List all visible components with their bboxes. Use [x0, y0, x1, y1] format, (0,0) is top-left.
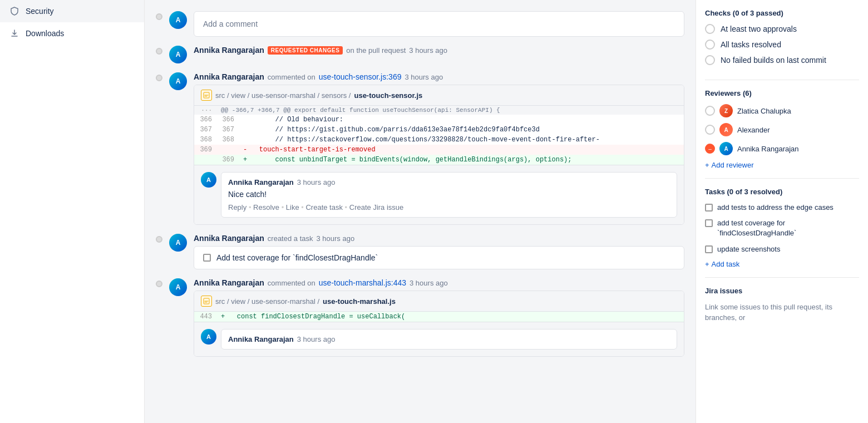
jira-section: Jira issues Link some issues to this pul… — [705, 287, 859, 332]
sidebar-item-downloads[interactable]: Downloads — [0, 22, 144, 45]
ln-368b: 368 — [216, 135, 239, 145]
jira-text: Link some issues to this pull request, i… — [705, 302, 859, 323]
task-created-header: Annika Rangarajan created a task 3 hours… — [194, 234, 684, 243]
check-label-1: At least two approvals — [721, 24, 797, 33]
code-header-sensor: src / view / use-sensor-marshal / sensor… — [194, 85, 684, 106]
action-resolve[interactable]: Resolve — [253, 203, 279, 212]
action-text-1: on the pull request — [346, 46, 406, 55]
ln-369-added: 369 — [216, 155, 239, 165]
time-3: 3 hours ago — [316, 234, 354, 243]
comment-author-name: Annika Rangarajan — [228, 178, 294, 186]
task-item-3: update screenshots — [705, 244, 859, 254]
action-reply[interactable]: Reply — [228, 203, 246, 212]
avatar-annika-reviewer: A — [719, 142, 733, 155]
avatar-annika-1: A — [169, 46, 187, 63]
action-text-2: commented on — [268, 73, 315, 81]
sensor-link[interactable]: use-touch-sensor.js:369 — [319, 72, 402, 81]
ln-369-added-a — [194, 155, 216, 165]
task-cb-2[interactable] — [705, 219, 713, 227]
task-label-3: update screenshots — [717, 244, 780, 254]
reviewer-status-annika: – — [705, 144, 715, 154]
tasks-section: Tasks (0 of 3 resolved) add tests to add… — [705, 188, 859, 278]
diff-line-added: 369 + const unbindTarget = bindEvents(wi… — [194, 155, 684, 165]
diff-line-1: 366 366 // Old behaviour: — [194, 115, 684, 125]
timeline-item-sensor-comment: A Annika Rangarajan commented on use-tou… — [156, 72, 684, 225]
diff-meta-text: @@ -366,7 +366,7 @@ export default funct… — [216, 106, 684, 115]
action-create-task[interactable]: Create task — [305, 203, 342, 212]
add-comment-input[interactable]: Add a comment — [194, 11, 684, 37]
add-reviewer-link[interactable]: + Add reviewer — [705, 161, 859, 169]
comment-actions: Reply • Resolve • Like • Create task • C… — [228, 203, 670, 212]
sidebar-item-security[interactable]: Security — [0, 0, 144, 22]
checks-section: Checks (0 of 3 passed) At least two appr… — [705, 9, 859, 80]
task-box: Add test coverage for `findClosestDragHa… — [194, 246, 684, 269]
task-checkbox[interactable] — [203, 254, 211, 262]
task-cb-1[interactable] — [705, 204, 713, 212]
diff-marshal-content: + const findClosestDragHandle = useCallb… — [216, 312, 684, 322]
code-file-marshal: use-touch-marshal.js — [323, 297, 396, 306]
diff-meta-row: ··· @@ -366,7 +366,7 @@ export default f… — [194, 106, 684, 115]
diff-table-sensor: ··· @@ -366,7 +366,7 @@ export default f… — [194, 106, 684, 165]
check-circle-3 — [705, 55, 715, 65]
add-comment-placeholder: Add a comment — [203, 19, 258, 28]
timeline-dot — [156, 13, 162, 20]
time-1: 3 hours ago — [409, 46, 447, 55]
diff-line-2: 367 367 // https://gist.github.com/parri… — [194, 125, 684, 135]
diff-added-content: + const unbindTarget = bindEvents(window… — [239, 155, 684, 165]
avatar-zlatica: Z — [719, 104, 733, 117]
timeline-dot-5 — [156, 281, 162, 287]
action-text-4: commented on — [268, 279, 315, 287]
reviewers-section: Reviewers (6) Z Zlatica Chalupka A Alexa… — [705, 89, 859, 179]
marshal-link[interactable]: use-touch-marshal.js:443 — [319, 278, 406, 287]
check-label-2: All tasks resolved — [721, 40, 781, 49]
ln-369-removed: 369 — [194, 145, 216, 155]
check-circle-2 — [705, 40, 715, 50]
task-item-1: add tests to address the edge cases — [705, 203, 859, 213]
sep-1: • — [249, 203, 253, 212]
timeline-dot-3 — [156, 75, 162, 81]
diff-table-marshal: 443 + const findClosestDragHandle = useC… — [194, 312, 684, 322]
requested-changes-badge: REQUESTED CHANGES — [268, 46, 343, 55]
action-create-jira[interactable]: Create Jira issue — [349, 203, 404, 212]
download-icon — [9, 28, 20, 39]
task-cb-3[interactable] — [705, 245, 713, 253]
add-comment-container: Add a comment — [194, 11, 684, 37]
ln-369-removed-b — [216, 145, 239, 155]
reviewer-name-alexander: Alexander — [737, 126, 770, 134]
reviewer-alexander: A Alexander — [705, 123, 859, 136]
tasks-title: Tasks (0 of 3 resolved) — [705, 188, 859, 196]
diff-content-1: // Old behaviour: — [239, 115, 684, 125]
task-label-2: add test coverage for `findClosestDragHa… — [717, 218, 859, 238]
requested-changes-header: Annika Rangarajan REQUESTED CHANGES on t… — [194, 46, 684, 55]
add-task-link[interactable]: + Add task — [705, 260, 859, 268]
timeline-item-requested: A Annika Rangarajan REQUESTED CHANGES on… — [156, 46, 684, 63]
marshal-comment-meta: Annika Rangarajan 3 hours ago — [228, 335, 670, 343]
timeline: A Add a comment A Annika Rangarajan REQU… — [156, 0, 684, 357]
action-like[interactable]: Like — [286, 203, 299, 212]
avatar-annika-2: A — [169, 72, 187, 90]
right-panel: Checks (0 of 3 passed) At least two appr… — [696, 0, 868, 423]
sep-2: • — [282, 203, 286, 212]
reviewer-zlatica: Z Zlatica Chalupka — [705, 104, 859, 117]
comment-body-text: Nice catch! — [228, 190, 670, 199]
reviewer-name-annika: Annika Rangarajan — [737, 145, 799, 153]
author-name-2: Annika Rangarajan — [194, 72, 264, 81]
sensor-comment-header: Annika Rangarajan commented on use-touch… — [194, 72, 684, 81]
diff-marshal-added: 443 + const findClosestDragHandle = useC… — [194, 312, 684, 322]
ln-366b: 366 — [216, 115, 239, 125]
add-reviewer-plus: + — [705, 161, 709, 169]
author-name-3: Annika Rangarajan — [194, 234, 264, 243]
check-item-1: At least two approvals — [705, 24, 859, 34]
avatar-annika-comment: A — [201, 172, 216, 188]
ln-368a: 368 — [194, 135, 216, 145]
code-path-marshal: src / view / use-sensor-marshal / — [215, 297, 319, 306]
jira-title: Jira issues — [705, 287, 859, 295]
ln-366a: 366 — [194, 115, 216, 125]
diff-comment-sensor: A Annika Rangarajan 3 hours ago Nice cat… — [194, 165, 684, 224]
author-name-1: Annika Rangarajan — [194, 46, 264, 55]
comment-time: 3 hours ago — [297, 178, 336, 186]
diff-line-removed: 369 - touch-start-target-is-removed — [194, 145, 684, 155]
check-item-3: No failed builds on last commit — [705, 55, 859, 65]
code-path-sensor: src / view / use-sensor-marshal / sensor… — [215, 91, 351, 100]
checks-title: Checks (0 of 3 passed) — [705, 9, 859, 17]
